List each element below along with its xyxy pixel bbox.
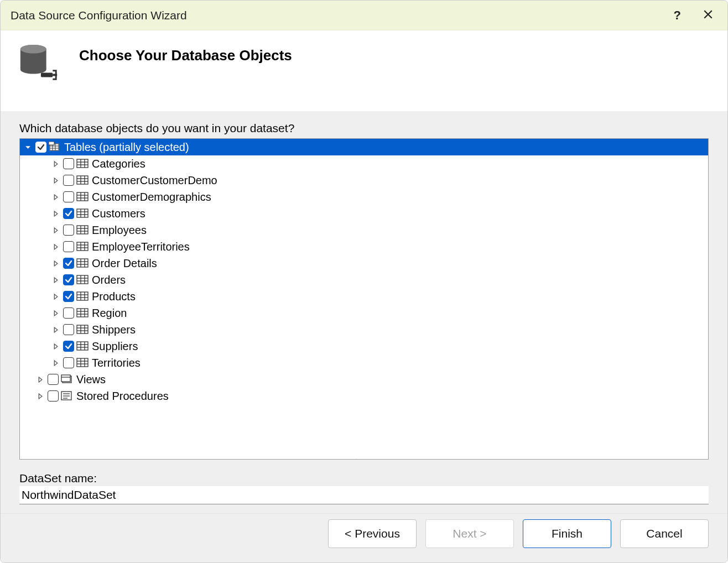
help-button[interactable]: ? (670, 6, 684, 25)
expand-toggle[interactable] (24, 144, 32, 151)
table-icon (76, 241, 89, 252)
objects-tree-scroll[interactable]: Tables (partially selected) CategoriesCu… (20, 139, 708, 459)
table-icon (76, 291, 89, 302)
tree-node-table[interactable]: CustomerDemographics (20, 189, 708, 205)
checkbox-table[interactable] (63, 158, 74, 169)
checkbox-table[interactable] (63, 208, 74, 219)
expand-toggle[interactable] (37, 393, 44, 400)
checkbox-table[interactable] (63, 175, 74, 186)
table-icon (76, 208, 89, 219)
window-title: Data Source Configuration Wizard (11, 9, 187, 22)
checkbox-table[interactable] (63, 341, 74, 352)
expand-toggle[interactable] (52, 310, 59, 317)
svg-rect-16 (77, 176, 88, 184)
tree-node-table[interactable]: Products (20, 288, 708, 305)
svg-rect-56 (77, 309, 88, 317)
node-label: CustomerDemographics (92, 191, 211, 204)
svg-rect-26 (77, 209, 88, 217)
table-icon (76, 357, 89, 368)
prompt-text: Which database objects do you want in yo… (19, 122, 709, 135)
tree-node-table[interactable]: Customers (20, 205, 708, 222)
node-label: EmployeeTerritories (92, 241, 190, 253)
expand-toggle[interactable] (52, 343, 59, 350)
previous-button[interactable]: < Previous (328, 519, 417, 548)
node-label: Employees (92, 224, 147, 237)
checkbox-table[interactable] (63, 274, 74, 285)
node-label: Products (92, 290, 136, 303)
tree-node-table[interactable]: Region (20, 305, 708, 321)
node-label: Suppliers (92, 340, 138, 353)
table-icon (76, 175, 89, 186)
node-label: Territories (92, 357, 141, 369)
dataset-name-input[interactable] (19, 486, 709, 504)
close-button[interactable] (700, 6, 716, 25)
checkbox-table[interactable] (63, 307, 74, 319)
table-icon (76, 191, 89, 202)
table-icon (76, 307, 89, 319)
titlebar-controls: ? (670, 6, 716, 25)
expand-toggle[interactable] (52, 160, 59, 168)
checkbox-table[interactable] (63, 225, 74, 236)
titlebar: Data Source Configuration Wizard ? (1, 1, 727, 30)
checkbox-table[interactable] (63, 191, 74, 202)
node-label: Customers (92, 207, 145, 220)
tree-node-tables[interactable]: Tables (partially selected) (20, 139, 708, 155)
node-label: Order Details (92, 257, 157, 270)
expand-toggle[interactable] (52, 243, 59, 251)
page-heading: Choose Your Database Objects (79, 47, 292, 64)
svg-rect-61 (77, 325, 88, 333)
checkbox-stored-procedures[interactable] (48, 390, 59, 402)
tree-node-table[interactable]: Employees (20, 222, 708, 238)
expand-toggle[interactable] (52, 326, 59, 333)
checkbox-table[interactable] (63, 357, 74, 368)
database-icon (17, 43, 60, 86)
finish-button[interactable]: Finish (523, 519, 611, 548)
expand-toggle[interactable] (52, 260, 59, 267)
expand-toggle[interactable] (52, 210, 59, 217)
objects-tree: Tables (partially selected) CategoriesCu… (19, 138, 709, 460)
checkbox-table[interactable] (63, 291, 74, 302)
dataset-name-label: DataSet name: (19, 472, 709, 485)
cancel-button[interactable]: Cancel (620, 519, 709, 548)
expand-toggle[interactable] (52, 177, 59, 184)
expand-toggle[interactable] (52, 194, 59, 201)
expand-toggle[interactable] (52, 359, 59, 367)
node-label: Orders (92, 274, 126, 286)
tree-node-table[interactable]: EmployeeTerritories (20, 238, 708, 255)
node-label: CustomerCustomerDemo (92, 174, 217, 187)
svg-point-1 (20, 45, 46, 54)
node-label: Region (92, 307, 127, 320)
wizard-body: Which database objects do you want in yo… (1, 112, 727, 513)
tables-children: CategoriesCustomerCustomerDemoCustomerDe… (20, 155, 708, 371)
checkbox-tables[interactable] (35, 142, 46, 153)
checkbox-table[interactable] (63, 258, 74, 269)
node-label: Views (76, 373, 106, 386)
expand-toggle[interactable] (37, 376, 44, 383)
wizard-header: Choose Your Database Objects (1, 30, 727, 112)
tree-node-table[interactable]: Categories (20, 155, 708, 172)
tree-node-table[interactable]: Orders (20, 272, 708, 288)
tree-node-table[interactable]: Territories (20, 355, 708, 371)
table-icon (76, 341, 89, 352)
tree-node-table[interactable]: Shippers (20, 321, 708, 338)
checkbox-table[interactable] (63, 241, 74, 252)
svg-rect-71 (77, 358, 88, 367)
checkbox-table[interactable] (63, 324, 74, 335)
node-label: Categories (92, 158, 145, 170)
tree-node-table[interactable]: CustomerCustomerDemo (20, 172, 708, 189)
table-icon (76, 158, 89, 169)
svg-rect-36 (77, 242, 88, 251)
expand-toggle[interactable] (52, 293, 59, 300)
tree-node-table[interactable]: Suppliers (20, 338, 708, 355)
tree-node-table[interactable]: Order Details (20, 255, 708, 272)
tree-node-views[interactable]: Views (20, 371, 708, 388)
svg-rect-41 (77, 259, 88, 267)
svg-rect-77 (61, 375, 70, 382)
checkbox-views[interactable] (48, 374, 59, 385)
expand-toggle[interactable] (52, 277, 59, 284)
svg-rect-46 (77, 275, 88, 284)
expand-toggle[interactable] (52, 227, 59, 234)
svg-rect-2 (41, 73, 53, 77)
tree-node-stored-procedures[interactable]: Stored Procedures (20, 388, 708, 404)
views-icon (61, 374, 73, 385)
